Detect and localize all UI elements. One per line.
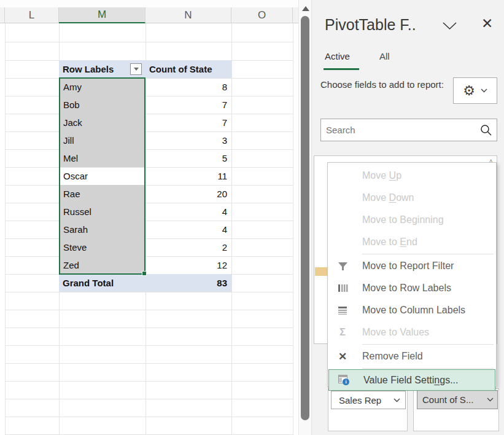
pivot-row-label[interactable]: Amy	[60, 78, 144, 96]
pivot-row-label[interactable]: Sarah	[60, 221, 144, 238]
row-labels-icon	[333, 284, 352, 292]
menu-item-move-down: Move Down	[328, 187, 496, 209]
remove-icon: ✕	[333, 350, 352, 363]
pivot-row-value[interactable]: 4	[145, 221, 231, 238]
values-field-pill[interactable]: Count of S...	[417, 390, 498, 409]
pivot-row-value[interactable]: 7	[145, 114, 231, 131]
filter-icon	[333, 262, 352, 271]
menu-item-move-to-values: ΣMove to Values	[328, 321, 496, 343]
rows-field-label: Sales Rep	[339, 395, 394, 406]
pivot-row-label[interactable]: Jill	[60, 131, 144, 149]
scrollbar-thumb[interactable]	[301, 16, 309, 420]
column-labels-icon	[333, 306, 352, 315]
field-context-menu: Move UpMove DownMove to BeginningMove to…	[327, 162, 497, 387]
column-header-L[interactable]: L	[5, 7, 59, 23]
pivot-row-label[interactable]: Oscar	[60, 167, 144, 185]
menu-item-move-to-end: Move to End	[328, 231, 496, 253]
tools-button[interactable]: ⚙	[453, 77, 497, 104]
column-header-edge	[293, 7, 298, 23]
pivot-row-value[interactable]: 5	[145, 149, 231, 167]
menu-item-remove-field[interactable]: ✕Remove Field	[328, 345, 496, 367]
choose-fields-label: Choose fields to add to report:	[320, 77, 449, 92]
menu-item-label: Value Field Settings...	[363, 375, 458, 386]
pivot-row-value[interactable]: 3	[145, 131, 231, 149]
pivot-row-value[interactable]: 11	[145, 167, 231, 185]
pivot-row-value[interactable]: 7	[145, 96, 231, 114]
pivot-row-value[interactable]: 12	[145, 256, 231, 274]
menu-item-label: Move to Column Labels	[362, 305, 465, 316]
menu-item-label: Move to Beginning	[362, 214, 444, 225]
pivot-header-count-of-state[interactable]: Count of State	[145, 60, 231, 78]
search-input[interactable]	[321, 125, 479, 135]
menu-separator	[362, 344, 494, 345]
menu-separator	[362, 368, 494, 369]
pivot-grand-total-label[interactable]: Grand Total	[59, 274, 145, 292]
pivot-row-label[interactable]: Mel	[60, 149, 144, 167]
tools-chevron-icon	[481, 88, 487, 93]
column-header-N[interactable]: N	[145, 7, 231, 23]
pivot-row-label[interactable]: Jack	[60, 114, 144, 131]
column-header-O[interactable]: O	[231, 7, 293, 23]
pivot-row-label[interactable]: Russel	[60, 203, 144, 221]
pivot-row-label[interactable]: Steve	[60, 238, 144, 256]
column-header-sliver[interactable]	[0, 7, 5, 23]
menu-item-move-to-beginning: Move to Beginning	[328, 209, 496, 231]
excel-window: L M N O Row LabelsCount of StateAmy8Bob7…	[0, 0, 504, 435]
menu-item-move-to-row-labels[interactable]: Move to Row Labels	[328, 277, 496, 299]
pivot-row-value[interactable]: 2	[145, 238, 231, 256]
menu-item-move-to-column-labels[interactable]: Move to Column Labels	[328, 299, 496, 321]
scroll-up-arrow-icon[interactable]	[302, 6, 309, 11]
menu-item-label: Remove Field	[362, 351, 423, 362]
pivot-row-label[interactable]: Rae	[60, 185, 144, 203]
search-icon[interactable]	[479, 123, 493, 137]
row-labels-filter-button[interactable]	[130, 63, 142, 75]
pivot-row-value[interactable]: 20	[145, 185, 231, 203]
pivot-grand-total-value[interactable]: 83	[145, 274, 231, 292]
rows-pill-chevron-icon	[394, 398, 400, 402]
pivot-row-value[interactable]: 4	[145, 203, 231, 221]
vertical-scrollbar[interactable]	[298, 0, 311, 435]
pane-options-chevron-icon[interactable]	[443, 22, 457, 30]
values-pill-chevron-icon	[487, 398, 494, 402]
filter-dropdown-icon	[134, 68, 139, 71]
menu-item-label: Move to Values	[362, 327, 429, 338]
pane-close-button[interactable]: ✕	[481, 17, 493, 31]
pivot-row-value[interactable]: 8	[145, 78, 231, 96]
pivot-row-label[interactable]: Bob	[60, 96, 144, 114]
menu-item-label: Move to End	[362, 237, 417, 248]
active-tab-underline	[324, 68, 359, 70]
menu-item-label: Move Down	[362, 192, 414, 203]
column-header-M[interactable]: M	[59, 7, 145, 23]
formula-bar-sliver	[0, 0, 298, 7]
search-field[interactable]	[320, 119, 497, 141]
values-field-label: Count of S...	[422, 394, 487, 405]
fill-handle[interactable]	[142, 271, 147, 276]
gear-icon: ⚙	[463, 84, 475, 98]
menu-separator	[362, 254, 494, 254]
sigma-icon: Σ	[333, 327, 352, 338]
menu-item-label: Move Up	[362, 170, 401, 181]
menu-item-move-to-report-filter[interactable]: Move to Report Filter	[328, 255, 496, 277]
value-field-settings-icon: i	[334, 375, 354, 385]
menu-item-move-up: Move Up	[328, 165, 496, 187]
pivot-row-label[interactable]: Zed	[60, 256, 144, 274]
rows-field-pill[interactable]: Sales Rep	[331, 391, 406, 409]
spreadsheet-grid[interactable]: L M N O Row LabelsCount of StateAmy8Bob7…	[0, 0, 298, 435]
tab-active[interactable]: Active	[325, 51, 350, 61]
menu-item-label: Move to Row Labels	[362, 283, 451, 294]
menu-item-value-field-settings[interactable]: iValue Field Settings...	[328, 369, 495, 391]
tab-all[interactable]: All	[379, 51, 390, 61]
pane-title: PivotTable F..	[325, 16, 416, 34]
menu-item-label: Move to Report Filter	[362, 261, 454, 272]
